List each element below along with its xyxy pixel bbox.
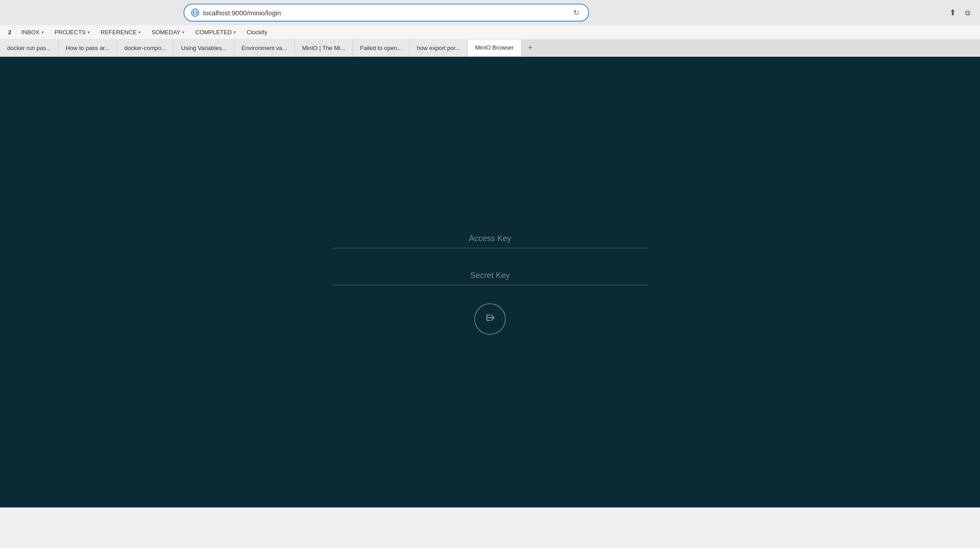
bookmark-someday-label: SOMEDAY: [151, 29, 180, 36]
bookmark-inbox[interactable]: INBOX ▾: [16, 27, 49, 37]
bookmark-completed[interactable]: COMPLETED ▾: [190, 27, 241, 37]
url-text[interactable]: localhost:9000/minio/login: [203, 9, 568, 17]
secret-key-field: [332, 266, 648, 285]
tabs-overview-icon: ⧉: [965, 9, 970, 17]
chevron-down-icon: ▾: [182, 30, 184, 35]
bookmark-reference[interactable]: REFERENCE ▾: [95, 27, 146, 37]
url-bar: localhost:9000/minio/login ↻: [183, 4, 589, 22]
chevron-down-icon: ▾: [41, 30, 44, 35]
secret-key-input[interactable]: [332, 266, 648, 285]
bookmark-projects[interactable]: PROJECTS ▾: [49, 27, 95, 37]
tab-minio-the-mi-label: MinIO | The Mi...: [302, 45, 345, 51]
tab-environment-va[interactable]: Environment va...: [234, 40, 295, 56]
bookmarks-bar: 2 INBOX ▾ PROJECTS ▾ REFERENCE ▾ SOMEDAY…: [0, 25, 980, 40]
tab-how-export-label: how export por...: [417, 45, 460, 51]
bookmark-count[interactable]: 2: [4, 27, 16, 37]
browser-tabs: docker run pas... How to pass ar... dock…: [0, 40, 980, 57]
access-key-field: [332, 229, 648, 248]
tab-minio-browser[interactable]: MinIO Browser: [468, 40, 522, 56]
tab-docker-run-label: docker run pas...: [7, 45, 51, 51]
new-tab-button[interactable]: +: [522, 40, 539, 56]
bookmark-completed-label: COMPLETED: [195, 29, 232, 36]
browser-toolbar: localhost:9000/minio/login ↻ ⬆ ⧉: [0, 0, 980, 25]
bookmark-projects-label: PROJECTS: [55, 29, 86, 36]
chevron-down-icon: ▾: [234, 30, 236, 35]
tab-how-to-pass-label: How to pass ar...: [66, 45, 110, 51]
tab-how-to-pass[interactable]: How to pass ar...: [59, 40, 117, 56]
tab-minio-browser-label: MinIO Browser: [475, 44, 514, 51]
chevron-down-icon: ▾: [87, 30, 90, 35]
tab-docker-compose[interactable]: docker-compo...: [117, 40, 174, 56]
page-content: [0, 57, 980, 507]
tab-environment-va-label: Environment va...: [242, 45, 287, 51]
login-arrow-icon: [484, 311, 498, 328]
bookmark-reference-label: REFERENCE: [101, 29, 137, 36]
tab-using-variables-label: Using Variables...: [181, 45, 227, 51]
tab-docker-run[interactable]: docker run pas...: [0, 40, 59, 56]
share-button[interactable]: ⬆: [947, 5, 959, 20]
bookmark-clockify[interactable]: Clockify: [241, 27, 273, 37]
bookmark-someday[interactable]: SOMEDAY ▾: [146, 27, 190, 37]
globe-icon: [191, 8, 200, 17]
reload-button[interactable]: ↻: [571, 7, 582, 18]
tab-using-variables[interactable]: Using Variables...: [174, 40, 234, 56]
tab-how-export[interactable]: how export por...: [410, 40, 468, 56]
login-form: [332, 229, 648, 335]
browser-action-buttons: ⬆ ⧉: [947, 5, 973, 20]
tab-docker-compose-label: docker-compo...: [124, 45, 166, 51]
chevron-down-icon: ▾: [138, 30, 141, 35]
tab-failed-to-open-label: Failed to open...: [360, 45, 402, 51]
tab-failed-to-open[interactable]: Failed to open...: [353, 40, 410, 56]
access-key-input[interactable]: [332, 229, 648, 248]
url-bar-container: localhost:9000/minio/login ↻: [183, 4, 589, 22]
bookmark-clockify-label: Clockify: [247, 29, 267, 36]
login-button[interactable]: [474, 303, 506, 335]
browser-window: localhost:9000/minio/login ↻ ⬆ ⧉ 2 INBOX…: [0, 0, 980, 507]
bookmark-inbox-label: INBOX: [21, 29, 39, 36]
tab-minio-the-mi[interactable]: MinIO | The Mi...: [295, 40, 353, 56]
tabs-overview-button[interactable]: ⧉: [962, 5, 973, 20]
share-icon: ⬆: [949, 8, 956, 17]
